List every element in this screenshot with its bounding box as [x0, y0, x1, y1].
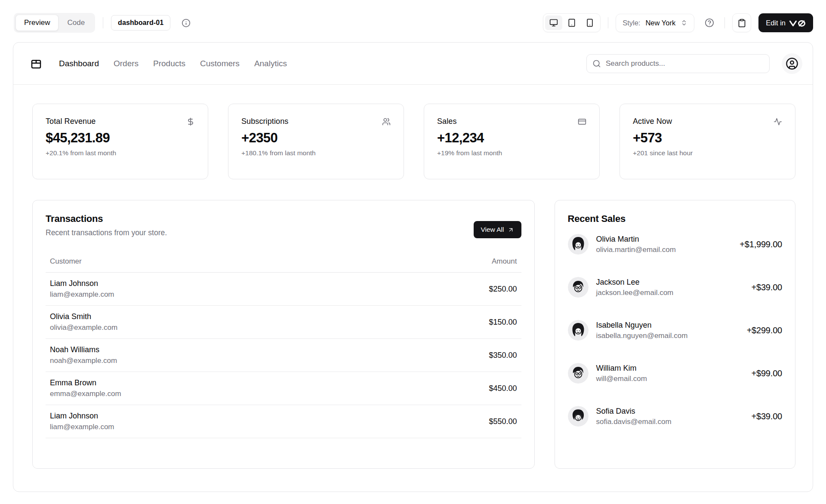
- sale-email: will@email.com: [596, 375, 647, 383]
- transaction-customer: Emma Brownemma@example.com: [50, 378, 121, 398]
- device-toggle-mobile[interactable]: [581, 15, 598, 30]
- edit-in-v0-button[interactable]: Edit in: [758, 13, 813, 32]
- stat-value: +12,234: [437, 130, 586, 146]
- sale-customer: Isabella Nguyenisabella.nguyen@email.com: [596, 321, 688, 340]
- transaction-customer: Liam Johnsonliam@example.com: [50, 412, 114, 431]
- sale-amount: +$299.00: [747, 326, 782, 335]
- recent-sale-item: Sofia Davissofia.davis@email.com+$39.00: [568, 406, 783, 427]
- toolbar-divider: [103, 17, 103, 28]
- avatar: [568, 320, 589, 341]
- sale-name: Sofia Davis: [596, 407, 672, 416]
- customer-email: noah@example.com: [50, 356, 117, 365]
- sale-amount: +$39.00: [752, 283, 782, 292]
- help-icon[interactable]: [702, 15, 717, 31]
- transaction-row[interactable]: Noah Williamsnoah@example.com$350.00: [46, 339, 521, 372]
- block-toolbar: PreviewCode dashboard-01 Style: New York…: [0, 0, 826, 42]
- stat-cards-row: Total Revenue$45,231.89+20.1% from last …: [32, 104, 795, 179]
- v0-logo-icon: [789, 20, 806, 27]
- transactions-table: Customer Amount Liam Johnsonliam@example…: [46, 257, 521, 438]
- stat-card-total-revenue: Total Revenue$45,231.89+20.1% from last …: [32, 104, 208, 179]
- recent-sale-item: Olivia Martinolivia.martin@email.com+$1,…: [568, 234, 783, 255]
- transaction-row[interactable]: Olivia Smitholivia@example.com$150.00: [46, 306, 521, 339]
- toolbar-divider: [724, 17, 725, 28]
- style-select[interactable]: Style: New York: [616, 14, 694, 32]
- sale-email: olivia.martin@email.com: [596, 246, 676, 254]
- avatar: [568, 406, 589, 427]
- transaction-customer: Liam Johnsonliam@example.com: [50, 279, 114, 299]
- transaction-row[interactable]: Emma Brownemma@example.com$450.00: [46, 372, 521, 405]
- style-value: New York: [645, 19, 675, 27]
- copy-code-button[interactable]: [732, 13, 751, 32]
- nav-item-orders[interactable]: Orders: [114, 59, 139, 68]
- search-icon: [592, 59, 601, 68]
- column-header-customer: Customer: [50, 257, 82, 266]
- chevrons-up-down-icon: [681, 19, 687, 26]
- customer-email: liam@example.com: [50, 423, 114, 431]
- transaction-amount: $550.00: [489, 417, 517, 426]
- sale-amount: +$1,999.00: [740, 240, 782, 249]
- clipboard-icon: [737, 18, 746, 28]
- sale-name: William Kim: [596, 364, 647, 373]
- nav-item-products[interactable]: Products: [153, 59, 185, 68]
- recent-sale-item: William Kimwill@email.com+$99.00: [568, 363, 783, 384]
- stat-value: $45,231.89: [46, 130, 195, 146]
- activity-icon: [774, 117, 782, 126]
- search-input[interactable]: [606, 59, 764, 68]
- sale-amount: +$99.00: [752, 369, 782, 378]
- transaction-customer: Olivia Smitholivia@example.com: [50, 312, 117, 332]
- info-icon[interactable]: [178, 15, 194, 31]
- avatar: [568, 234, 589, 255]
- dollar-sign-icon: [186, 117, 195, 126]
- nav-item-analytics[interactable]: Analytics: [254, 59, 287, 68]
- device-toggle-tablet[interactable]: [563, 15, 580, 30]
- recent-sale-item: Jackson Leejackson.lee@email.com+$39.00: [568, 277, 783, 298]
- nav-item-customers[interactable]: Customers: [200, 59, 240, 68]
- arrow-up-right-icon: [508, 227, 514, 233]
- style-label: Style:: [623, 19, 640, 27]
- device-toggle-group: [543, 13, 601, 32]
- stat-card-active-now: Active Now+573+201 since last hour: [620, 104, 795, 179]
- customer-name: Liam Johnson: [50, 279, 114, 288]
- tab-preview[interactable]: Preview: [15, 15, 59, 31]
- device-toggle-desktop[interactable]: [545, 15, 562, 30]
- transaction-amount: $250.00: [489, 285, 517, 294]
- toolbar-divider: [608, 17, 608, 28]
- sale-customer: Jackson Leejackson.lee@email.com: [596, 278, 674, 297]
- stat-title: Sales: [437, 117, 457, 126]
- transactions-card: Transactions Recent transactions from yo…: [32, 200, 535, 469]
- circle-user-icon: [786, 57, 798, 70]
- stat-title: Subscriptions: [241, 117, 288, 126]
- customer-email: liam@example.com: [50, 290, 114, 299]
- sale-customer: William Kimwill@email.com: [596, 364, 647, 383]
- users-icon: [382, 117, 391, 126]
- smartphone-icon: [586, 18, 594, 27]
- tablet-icon: [567, 18, 576, 27]
- transaction-row[interactable]: Liam Johnsonliam@example.com$550.00: [46, 405, 521, 438]
- transaction-row[interactable]: Liam Johnsonliam@example.com$250.00: [46, 273, 521, 306]
- package-icon[interactable]: [30, 57, 43, 70]
- column-header-amount: Amount: [492, 257, 517, 266]
- toolbar-right: Style: New York Edit in: [543, 13, 813, 32]
- stat-title: Total Revenue: [46, 117, 96, 126]
- monitor-icon: [549, 18, 558, 27]
- sale-amount: +$39.00: [752, 412, 782, 421]
- nav-item-dashboard[interactable]: Dashboard: [59, 59, 99, 68]
- stat-change: +20.1% from last month: [46, 149, 195, 157]
- view-all-button[interactable]: View All: [474, 221, 521, 238]
- view-all-label: View All: [481, 226, 504, 234]
- sale-email: isabella.nguyen@email.com: [596, 332, 688, 340]
- avatar: [568, 363, 589, 384]
- user-menu-button[interactable]: [782, 53, 802, 74]
- stat-change: +201 since last hour: [633, 149, 782, 157]
- nav-right: [586, 53, 802, 74]
- credit-card-icon: [578, 117, 586, 126]
- avatar: [568, 277, 589, 298]
- customer-name: Olivia Smith: [50, 312, 117, 321]
- customer-name: Liam Johnson: [50, 412, 114, 421]
- sale-customer: Olivia Martinolivia.martin@email.com: [596, 235, 676, 254]
- recent-sales-title: Recent Sales: [568, 213, 783, 224]
- recent-sales-card: Recent Sales Olivia Martinolivia.martin@…: [555, 200, 796, 469]
- dashboard-preview-frame: DashboardOrdersProductsCustomersAnalytic…: [13, 42, 813, 492]
- tab-code[interactable]: Code: [59, 15, 93, 31]
- dashboard-content: Total Revenue$45,231.89+20.1% from last …: [13, 85, 813, 488]
